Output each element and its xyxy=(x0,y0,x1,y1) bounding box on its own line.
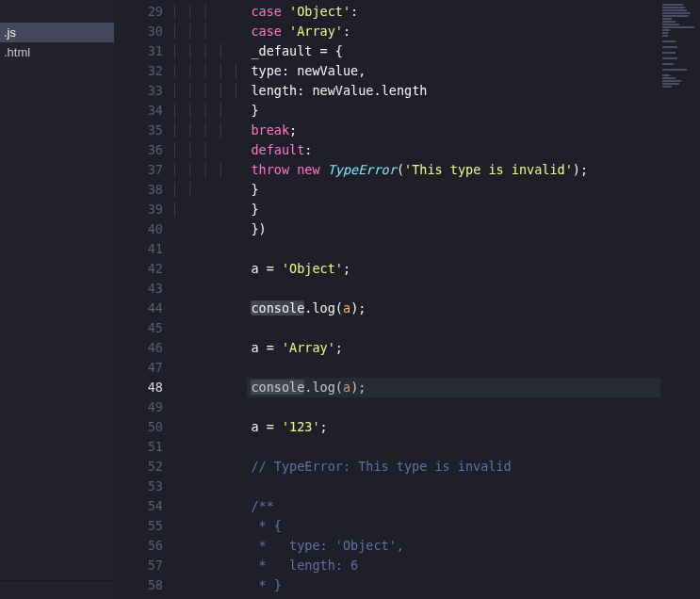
code-line[interactable]: length: newValue.length xyxy=(247,81,660,101)
code-line[interactable]: * } xyxy=(247,575,660,595)
line-number[interactable]: 53 xyxy=(114,477,163,496)
line-number[interactable]: 34 xyxy=(114,101,163,121)
code-line[interactable] xyxy=(247,595,660,599)
minimap-row xyxy=(662,77,676,79)
minimap-row xyxy=(662,18,672,20)
line-number[interactable]: 51 xyxy=(114,437,163,457)
line-number[interactable]: 30 xyxy=(114,22,163,41)
code-line[interactable]: default: xyxy=(247,140,660,160)
code-line[interactable]: break; xyxy=(247,121,660,140)
code-line[interactable]: * length: 6 xyxy=(247,556,660,575)
line-number[interactable]: 52 xyxy=(114,457,163,477)
code-line[interactable] xyxy=(247,318,660,338)
minimap-row xyxy=(662,29,670,31)
editor-container: 2930313233343536373839404142434445464748… xyxy=(114,0,700,599)
minimap-row xyxy=(662,9,687,11)
code-line[interactable]: } xyxy=(247,101,660,121)
line-number[interactable]: 38 xyxy=(114,180,163,200)
line-number[interactable]: 37 xyxy=(114,160,163,180)
line-number[interactable]: 46 xyxy=(114,338,163,358)
line-number[interactable]: 58 xyxy=(114,575,163,595)
minimap-row xyxy=(662,32,668,34)
app-root: .js.html 2930313233343536373839404142434… xyxy=(0,0,700,599)
line-number[interactable]: 36 xyxy=(114,140,163,160)
line-number[interactable]: 49 xyxy=(114,397,163,417)
line-number[interactable]: 50 xyxy=(114,417,163,437)
line-number[interactable]: 45 xyxy=(114,318,163,338)
code-line[interactable]: case 'Object': xyxy=(247,2,660,22)
code-line[interactable]: a = 'Object'; xyxy=(247,259,660,279)
line-number[interactable]: 56 xyxy=(114,536,163,556)
minimap-row xyxy=(662,69,687,71)
sidebar-file-list: .js.html xyxy=(0,0,114,62)
code-line[interactable]: a = '123'; xyxy=(247,417,660,437)
code-lines[interactable]: case 'Object':case 'Array':_default = {t… xyxy=(247,0,660,599)
line-number[interactable]: 48 xyxy=(114,378,163,397)
line-number[interactable]: 44 xyxy=(114,299,163,318)
minimap-row xyxy=(662,86,672,88)
line-number[interactable]: 32 xyxy=(114,61,163,81)
line-number[interactable]: 40 xyxy=(114,219,163,239)
minimap-row xyxy=(662,57,677,59)
code-line[interactable]: } xyxy=(247,200,660,219)
code-line[interactable] xyxy=(247,239,660,259)
code-line[interactable]: case 'Array': xyxy=(247,22,660,41)
line-number-gutter[interactable]: 2930313233343536373839404142434445464748… xyxy=(114,0,163,599)
code-line[interactable] xyxy=(247,279,660,299)
code-line[interactable] xyxy=(247,358,660,378)
minimap-row xyxy=(662,80,681,82)
minimap[interactable] xyxy=(660,0,700,599)
code-line[interactable] xyxy=(247,397,660,417)
minimap-row xyxy=(662,21,676,23)
code-line[interactable]: type: newValue, xyxy=(247,61,660,81)
line-number[interactable]: 29 xyxy=(114,2,163,22)
code-line[interactable] xyxy=(247,437,660,457)
line-number[interactable]: 35 xyxy=(114,121,163,140)
file-item[interactable]: .js xyxy=(0,23,114,42)
code-line[interactable]: } xyxy=(247,180,660,200)
code-line[interactable]: }) xyxy=(247,219,660,239)
line-number[interactable]: 42 xyxy=(114,259,163,279)
code-line[interactable]: console.log(a); xyxy=(247,299,660,318)
minimap-row xyxy=(662,4,683,6)
line-number[interactable]: 39 xyxy=(114,200,163,219)
minimap-row xyxy=(662,74,670,76)
minimap-row xyxy=(662,46,677,48)
sidebar: .js.html xyxy=(0,0,114,599)
code-line[interactable]: throw new TypeError('This type is invali… xyxy=(247,160,660,180)
line-number[interactable]: 57 xyxy=(114,556,163,575)
line-number[interactable]: 54 xyxy=(114,496,163,516)
code-line[interactable]: _default = { xyxy=(247,41,660,61)
minimap-row xyxy=(662,24,679,25)
minimap-row xyxy=(662,26,694,28)
line-number[interactable]: 41 xyxy=(114,239,163,259)
line-number[interactable]: 31 xyxy=(114,41,163,61)
minimap-row xyxy=(662,63,674,65)
indent-guides: │ │ │ │ │ │ │ │ │ │ │ │ │ │ │ │ │ │ │ │ … xyxy=(163,0,247,599)
file-item[interactable]: .html xyxy=(0,42,114,62)
code-line[interactable]: * type: 'Object', xyxy=(247,536,660,556)
editor-body: 2930313233343536373839404142434445464748… xyxy=(114,0,660,599)
line-number[interactable]: 55 xyxy=(114,516,163,536)
line-number[interactable]: 47 xyxy=(114,358,163,378)
code-line[interactable]: * { xyxy=(247,516,660,536)
minimap-row xyxy=(662,40,676,42)
line-number[interactable]: 33 xyxy=(114,81,163,101)
minimap-row xyxy=(662,15,689,17)
code-line[interactable]: /** xyxy=(247,496,660,516)
minimap-row xyxy=(662,52,676,54)
code-line[interactable]: // TypeError: This type is invalid xyxy=(247,457,660,477)
minimap-row xyxy=(662,7,685,8)
code-line[interactable]: console.log(a); xyxy=(247,378,660,397)
minimap-row xyxy=(662,12,691,14)
line-number[interactable]: 43 xyxy=(114,279,163,299)
code-line[interactable] xyxy=(247,477,660,496)
minimap-row xyxy=(662,83,679,85)
minimap-row xyxy=(662,35,668,37)
line-number[interactable]: 59 xyxy=(114,595,163,599)
code-line[interactable]: a = 'Array'; xyxy=(247,338,660,358)
sidebar-footer xyxy=(0,580,114,599)
